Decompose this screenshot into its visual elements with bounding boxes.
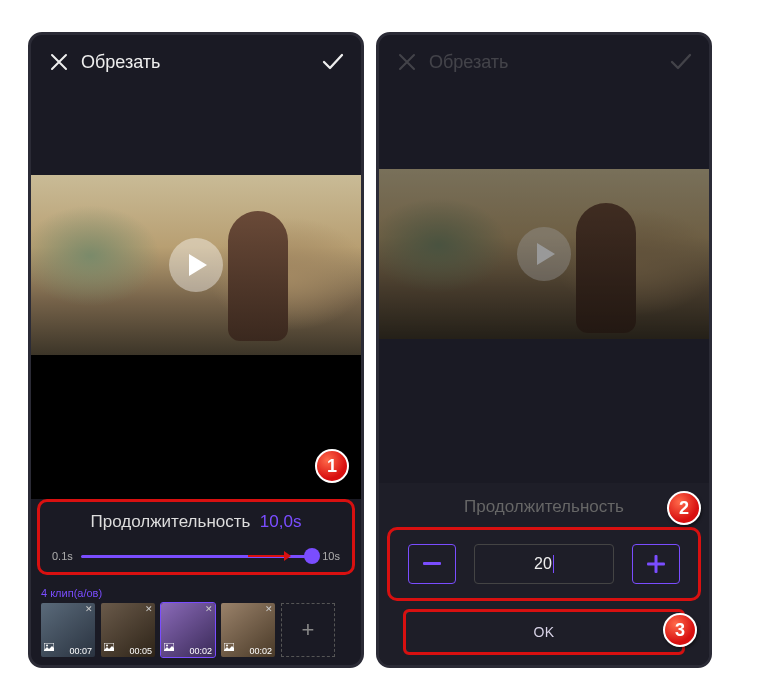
duration-panel: Продолжительность 10,0s 0.1s 10s [37, 499, 355, 575]
increment-button[interactable] [632, 544, 680, 584]
slider-min-label: 0.1s [52, 550, 73, 562]
text-caret [553, 555, 554, 573]
clips-count-label: 4 клип(а/ов) [41, 587, 351, 599]
duration-input-value: 20 [534, 555, 552, 573]
header: Обрезать [379, 35, 709, 89]
clip-remove-icon[interactable]: ✕ [85, 604, 93, 614]
svg-rect-9 [423, 562, 441, 565]
slider-max-label: 10s [322, 550, 340, 562]
clip-thumbnail[interactable]: ✕ 00:02 [221, 603, 275, 657]
arrow-right-icon [248, 550, 292, 562]
clip-remove-icon[interactable]: ✕ [205, 604, 213, 614]
header-title: Обрезать [423, 52, 665, 73]
callout-badge: 1 [315, 449, 349, 483]
video-preview [31, 175, 361, 355]
clip-duration: 00:02 [249, 646, 272, 656]
clips-list: ✕ 00:07 ✕ 00:05 ✕ 00:02 ✕ 00:02 [41, 603, 351, 657]
add-clip-button[interactable]: + [281, 603, 335, 657]
phone-left: Обрезать Продолжительность 10,0s 0.1s [28, 32, 364, 668]
slider-track[interactable] [81, 555, 314, 558]
phone-right: Обрезать Продолжительность 20 [376, 32, 712, 668]
image-icon [44, 637, 54, 655]
duration-label-row: Продолжительность 10,0s [52, 512, 340, 532]
svg-rect-11 [647, 563, 665, 566]
duration-label: Продолжительность [379, 483, 709, 527]
svg-point-6 [166, 645, 168, 647]
svg-point-4 [106, 645, 108, 647]
image-icon [164, 637, 174, 655]
duration-slider[interactable]: 0.1s 10s [52, 550, 340, 562]
duration-label: Продолжительность [91, 512, 251, 531]
decrement-button[interactable] [408, 544, 456, 584]
clip-thumbnail[interactable]: ✕ 00:05 [101, 603, 155, 657]
duration-input[interactable]: 20 [474, 544, 614, 584]
clip-duration: 00:07 [69, 646, 92, 656]
image-icon [104, 637, 114, 655]
clip-thumbnail[interactable]: ✕ 00:02 [161, 603, 215, 657]
clip-duration: 00:02 [189, 646, 212, 656]
image-icon [224, 637, 234, 655]
svg-point-2 [46, 645, 48, 647]
header: Обрезать [31, 35, 361, 89]
preview-black-area [31, 355, 361, 499]
header-title: Обрезать [75, 52, 317, 73]
confirm-icon[interactable] [665, 53, 697, 71]
clip-thumbnail[interactable]: ✕ 00:07 [41, 603, 95, 657]
clips-section: 4 клип(а/ов) ✕ 00:07 ✕ 00:05 ✕ 00:02 [31, 581, 361, 665]
video-preview [379, 169, 709, 339]
clip-duration: 00:05 [129, 646, 152, 656]
duration-sheet: Продолжительность 20 OK [379, 483, 709, 665]
svg-point-8 [226, 645, 228, 647]
clip-remove-icon[interactable]: ✕ [265, 604, 273, 614]
close-icon[interactable] [391, 53, 423, 71]
callout-badge: 3 [663, 613, 697, 647]
play-button[interactable] [517, 227, 571, 281]
ok-button-label: OK [534, 624, 555, 640]
play-button[interactable] [169, 238, 223, 292]
confirm-icon[interactable] [317, 53, 349, 71]
clip-remove-icon[interactable]: ✕ [145, 604, 153, 614]
slider-thumb[interactable] [304, 548, 320, 564]
close-icon[interactable] [43, 53, 75, 71]
duration-stepper: 20 [387, 527, 701, 601]
duration-value[interactable]: 10,0s [260, 512, 302, 531]
callout-badge: 2 [667, 491, 701, 525]
ok-button[interactable]: OK [405, 611, 683, 653]
